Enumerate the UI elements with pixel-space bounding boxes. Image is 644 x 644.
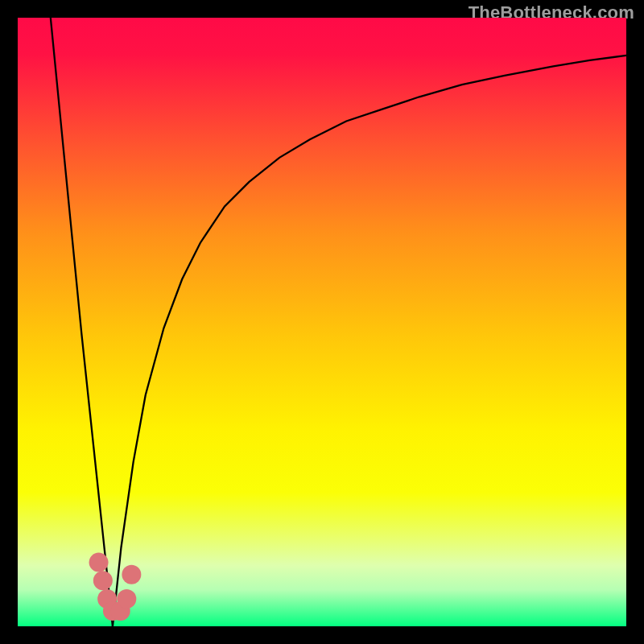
bottleneck-chart	[18, 18, 626, 626]
valley-dot	[93, 571, 113, 590]
valley-dot	[117, 589, 136, 609]
valley-dot	[89, 553, 109, 572]
chart-frame: TheBottleneck.com	[0, 0, 644, 644]
plot-background	[18, 18, 626, 626]
valley-dot	[122, 565, 141, 584]
